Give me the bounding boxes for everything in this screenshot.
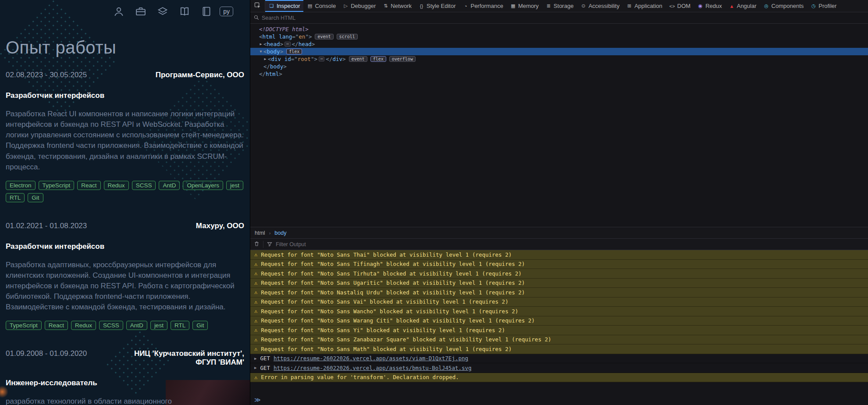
markup-node[interactable]: ▶<head>⋯</head> (250, 40, 868, 48)
console-input-row[interactable]: ≫ (250, 394, 868, 405)
console-warning-row[interactable]: ⚠Request for font "Noto Sans Math" block… (250, 344, 868, 354)
tab-storage[interactable]: ≣Storage (542, 0, 577, 12)
console-warning-row[interactable]: ⚠Request for font "Noto Sans Tifinagh" b… (250, 260, 868, 269)
console-network-row[interactable]: ▶GEThttps://resume-26022026.vercel.app/a… (250, 354, 868, 364)
tech-tag: Git (192, 321, 208, 330)
clear-console-button[interactable] (254, 240, 260, 248)
console-warning-row[interactable]: ⚠Error in parsing value for 'transform'.… (250, 373, 868, 383)
code-token: > (280, 40, 284, 48)
tab-redux[interactable]: ◉Redux (694, 0, 726, 12)
markup-node[interactable]: ▶<div id="root">⋯</div>eventflexoverflow (250, 55, 868, 63)
briefcase-icon[interactable] (135, 5, 147, 18)
console-warning-row[interactable]: ⚠Request for font "Noto Sans Zanabazar S… (250, 335, 868, 345)
code-token: "> (305, 33, 312, 40)
code-token: </ (259, 70, 266, 78)
markup-node[interactable]: </body> (250, 63, 868, 70)
console-warning-row[interactable]: ⚠Request for font "Noto Sans Wancho" blo… (250, 307, 868, 316)
devtools-panel: ❏Inspector▤Console▷Debugger⇅Network{}Sty… (250, 0, 868, 405)
tab-components[interactable]: ◎Components (760, 0, 808, 12)
breadcrumb-item-body[interactable]: body (274, 230, 286, 236)
tab-application[interactable]: ⊞Application (623, 0, 666, 12)
badge-flex[interactable]: flex (286, 49, 302, 54)
expand-arrow-icon[interactable]: ▶ (254, 366, 256, 370)
code-token: < (268, 55, 271, 63)
tech-tag: OpenLayers (183, 181, 223, 190)
console-icon: ▤ (307, 3, 313, 9)
console-warning-row[interactable]: ⚠Request for font "Noto Sans Thai" block… (250, 250, 868, 260)
collapsed-content-icon[interactable]: ⋯ (285, 42, 290, 47)
tab-inspector[interactable]: ❏Inspector (265, 0, 303, 12)
console-warning-row[interactable]: ⚠Request for font "Noto Sans Warang Citi… (250, 316, 868, 326)
pick-element-button[interactable] (250, 0, 265, 12)
console-message: Request for font "Noto Sans Math" blocke… (261, 346, 512, 352)
job-company: НИЦ 'Курчатовский институт', ФГУП 'ВИАМ' (134, 349, 244, 367)
tab-debugger[interactable]: ▷Debugger (339, 0, 379, 12)
expand-arrow-icon[interactable]: ▶ (254, 356, 256, 361)
search-html-input[interactable] (262, 15, 393, 21)
job-role: Инженер-исследователь (6, 379, 244, 387)
collapse-arrow-icon[interactable]: ▼ (258, 48, 263, 55)
code-token: </ (326, 55, 332, 63)
tab-dom[interactable]: <>DOM (666, 0, 694, 12)
application-icon: ⊞ (626, 3, 632, 9)
request-method: GET (260, 365, 270, 371)
expand-arrow-icon[interactable]: ▶ (263, 55, 268, 63)
markup-node-selected[interactable]: ▼<body>flex (250, 48, 868, 55)
library-icon[interactable] (178, 5, 191, 18)
tech-tag: jest (150, 321, 167, 330)
console-warning-row[interactable]: ⚠Request for font "Noto Nastaliq Urdu" b… (250, 288, 868, 297)
code-token: body (267, 48, 280, 55)
tab-accessibility[interactable]: ⊙Accessibility (577, 0, 623, 12)
tech-tag: RTL (171, 321, 189, 330)
console-warning-row[interactable]: ⚠Request for font "Noto Sans Ugaritic" b… (250, 279, 868, 288)
code-token: > (283, 63, 287, 70)
console-message: Request for font "Noto Sans Zanabazar Sq… (261, 336, 551, 343)
tab-console[interactable]: ▤Console (303, 0, 339, 12)
tab-label: Network (391, 3, 412, 9)
tab-angular[interactable]: ▲Angular (726, 0, 760, 12)
tab-label: Accessibility (588, 3, 619, 9)
console-warning-row[interactable]: ⚠Request for font "Noto Sans Tirhuta" bl… (250, 269, 868, 279)
console-message: Request for font "Noto Sans Tifinagh" bl… (261, 261, 525, 267)
warning-icon: ⚠ (254, 289, 257, 295)
collapsed-content-icon[interactable]: ⋯ (319, 57, 324, 61)
layers-icon[interactable] (157, 5, 169, 18)
tab-profiler[interactable]: ◷Profiler (807, 0, 840, 12)
breadcrumb-item-html[interactable]: html (255, 230, 265, 236)
console-network-row[interactable]: ▶GEThttps://resume-26022026.vercel.app/a… (250, 363, 868, 373)
console-panel: ⚠Request for font "Noto Sans Thai" block… (250, 238, 868, 405)
badge-flex[interactable]: flex (370, 56, 386, 62)
tab-label: Components (772, 3, 804, 9)
code-token: root (298, 55, 311, 63)
tab-memory[interactable]: ▦Memory (507, 0, 542, 12)
markup-node[interactable]: <html lang="en">eventscroll (250, 33, 868, 40)
toolbar-separator (263, 241, 263, 248)
tab-label: Memory (518, 3, 539, 9)
tab-style-editor[interactable]: {}Style Editor (415, 0, 459, 12)
code-token: > (312, 40, 315, 48)
code-token: head (299, 40, 312, 48)
markup-node[interactable]: </html> (250, 70, 868, 78)
expand-arrow-icon[interactable]: ▶ (258, 40, 263, 48)
filter-output-input[interactable] (276, 241, 390, 247)
tech-tag: SCSS (99, 321, 123, 330)
console-message: Error in parsing value for 'transform'. … (261, 374, 459, 380)
tech-tag: SCSS (132, 181, 156, 190)
code-token: "> (311, 55, 317, 63)
request-url-link[interactable]: https://resume-26022026.vercel.app/asset… (274, 365, 472, 371)
console-warning-row[interactable]: ⚠Request for font "Noto Sans Yi" blocked… (250, 326, 868, 335)
markup-node[interactable]: <!DOCTYPE html> (250, 25, 868, 33)
book-icon[interactable] (200, 5, 213, 18)
site-nav-icons (113, 5, 213, 18)
user-icon[interactable] (113, 5, 125, 18)
breadcrumb: html›body (250, 227, 868, 238)
tab-performance[interactable]: ◔Performance (459, 0, 506, 12)
job-description: Разработка React UI компонентов и написа… (6, 109, 244, 172)
request-url-link[interactable]: https://resume-26022026.vercel.app/asset… (274, 355, 468, 362)
screen: ру Опыт работы 02.08.2023 - 30.05.2025Пр… (0, 0, 868, 405)
job-entry: 02.08.2023 - 30.05.2025Программ-Сервис, … (6, 71, 244, 202)
tab-network[interactable]: ⇅Network (379, 0, 415, 12)
console-warning-row[interactable]: ⚠Request for font "Noto Sans Vai" blocke… (250, 297, 868, 307)
language-switch-button[interactable]: ру (220, 7, 233, 16)
badge-event: event (349, 56, 367, 62)
